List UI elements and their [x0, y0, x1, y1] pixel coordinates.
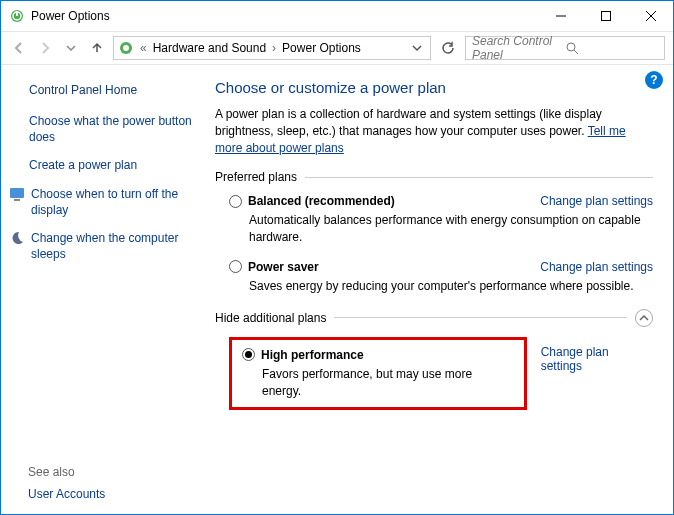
- up-button[interactable]: [87, 38, 107, 58]
- window-title: Power Options: [31, 9, 538, 23]
- user-accounts-link[interactable]: User Accounts: [28, 487, 105, 501]
- hide-additional-header: Hide additional plans: [215, 309, 653, 327]
- svg-point-8: [567, 43, 575, 51]
- title-bar: Power Options: [1, 1, 673, 31]
- plan-desc: Saves energy by reducing your computer's…: [249, 278, 653, 295]
- control-panel-home-link[interactable]: Control Panel Home: [29, 83, 197, 97]
- sidebar-turn-off-display-link[interactable]: Choose when to turn off the display: [31, 186, 197, 218]
- back-button[interactable]: [9, 38, 29, 58]
- plan-balanced: Balanced (recommended) Change plan setti…: [229, 194, 653, 246]
- plan-name: High performance: [261, 348, 364, 362]
- svg-rect-10: [10, 188, 24, 198]
- chevron-right-icon[interactable]: ›: [270, 41, 278, 55]
- plan-desc: Automatically balances performance with …: [249, 212, 653, 246]
- sidebar-sleep-link[interactable]: Change when the computer sleeps: [31, 230, 197, 262]
- address-dropdown[interactable]: [412, 43, 426, 53]
- plan-high-performance: High performance Favors performance, but…: [229, 337, 527, 411]
- search-input[interactable]: Search Control Panel: [465, 36, 665, 60]
- plan-desc: Favors performance, but may use more ene…: [262, 366, 514, 400]
- radio-balanced[interactable]: [229, 195, 242, 208]
- recent-dropdown[interactable]: [61, 38, 81, 58]
- see-also-label: See also: [28, 465, 105, 479]
- minimize-button[interactable]: [538, 1, 583, 31]
- app-icon: [9, 8, 25, 24]
- search-placeholder: Search Control Panel: [472, 34, 565, 62]
- radio-saver[interactable]: [229, 260, 242, 273]
- svg-rect-3: [601, 12, 610, 21]
- svg-rect-11: [14, 199, 20, 201]
- change-settings-saver[interactable]: Change plan settings: [540, 260, 653, 274]
- page-description: A power plan is a collection of hardware…: [215, 106, 653, 156]
- change-settings-balanced[interactable]: Change plan settings: [540, 194, 653, 208]
- breadcrumb-seg2[interactable]: Power Options: [282, 41, 361, 55]
- display-icon: [9, 186, 25, 202]
- main-panel: ? Choose or customize a power plan A pow…: [211, 65, 673, 514]
- see-also: See also User Accounts: [28, 465, 105, 501]
- moon-icon: [9, 230, 25, 246]
- sidebar-power-button-link[interactable]: Choose what the power button does: [29, 113, 197, 145]
- nav-bar: « Hardware and Sound › Power Options Sea…: [1, 31, 673, 65]
- plan-saver: Power saver Change plan settings Saves e…: [229, 260, 653, 295]
- page-heading: Choose or customize a power plan: [215, 79, 653, 96]
- preferred-plans-header: Preferred plans: [215, 170, 653, 184]
- plan-name: Power saver: [248, 260, 319, 274]
- plan-name: Balanced (recommended): [248, 194, 395, 208]
- maximize-button[interactable]: [583, 1, 628, 31]
- collapse-button[interactable]: [635, 309, 653, 327]
- sidebar-create-plan-link[interactable]: Create a power plan: [29, 157, 137, 173]
- help-icon[interactable]: ?: [645, 71, 663, 89]
- svg-line-9: [574, 50, 578, 54]
- svg-point-7: [123, 45, 129, 51]
- address-bar[interactable]: « Hardware and Sound › Power Options: [113, 36, 431, 60]
- forward-button[interactable]: [35, 38, 55, 58]
- app-icon-small: [118, 40, 134, 56]
- refresh-button[interactable]: [437, 37, 459, 59]
- sidebar: Control Panel Home Choose what the power…: [1, 65, 211, 514]
- search-icon: [565, 41, 658, 55]
- breadcrumb-sep: «: [138, 41, 149, 55]
- radio-high-performance[interactable]: [242, 348, 255, 361]
- close-button[interactable]: [628, 1, 673, 31]
- breadcrumb-seg1[interactable]: Hardware and Sound: [153, 41, 266, 55]
- change-settings-high[interactable]: Change plan settings: [541, 337, 653, 373]
